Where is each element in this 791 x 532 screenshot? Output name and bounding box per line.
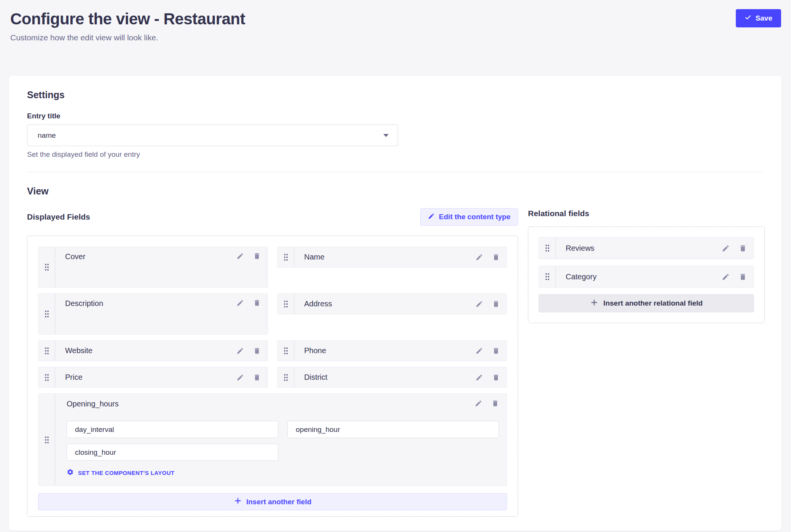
field-label: Price [65, 373, 83, 382]
gear-icon [67, 468, 74, 477]
drag-handle-icon[interactable] [277, 294, 294, 314]
field-card-name: Name [277, 247, 507, 268]
delete-field-button[interactable] [253, 374, 261, 381]
field-label: Description [65, 299, 103, 308]
drag-handle-icon[interactable] [38, 247, 55, 287]
save-button-label: Save [756, 14, 772, 22]
component-subfield-day-interval[interactable]: day_interval [67, 421, 278, 438]
edit-field-button[interactable] [236, 347, 244, 355]
chevron-down-icon [383, 134, 389, 137]
drag-handle-icon[interactable] [38, 394, 55, 486]
check-icon [745, 14, 751, 23]
edit-field-button[interactable] [236, 374, 244, 381]
set-component-layout-label: SET THE COMPONENT'S LAYOUT [78, 470, 174, 476]
field-card-cover: Cover [38, 247, 268, 288]
relational-fields-dropzone: Reviews Category [528, 226, 765, 323]
relational-field-label: Category [566, 272, 596, 281]
field-label: District [304, 373, 327, 382]
component-subfield-opening-hour[interactable]: opening_hour [287, 421, 499, 438]
edit-field-button[interactable] [475, 400, 482, 407]
field-card-price: Price [38, 367, 268, 388]
drag-handle-icon[interactable] [38, 367, 55, 387]
entry-title-label: Entry title [27, 112, 763, 120]
view-heading: View [27, 186, 763, 197]
pencil-icon [428, 213, 435, 221]
entry-title-hint: Set the displayed field of your entry [27, 150, 763, 159]
component-subfield-closing-hour[interactable]: closing_hour [67, 444, 278, 461]
relational-card-category: Category [539, 266, 754, 288]
delete-field-button[interactable] [253, 347, 261, 355]
edit-field-button[interactable] [475, 347, 483, 355]
insert-another-relational-field-label: Insert another relational field [603, 299, 703, 307]
plus-icon [234, 497, 242, 507]
relational-fields-label: Relational fields [528, 209, 765, 218]
field-label: Address [304, 299, 332, 308]
entry-title-selected-value: name [38, 131, 56, 140]
edit-content-type-button[interactable]: Edit the content type [420, 208, 518, 226]
insert-another-field-button[interactable]: Insert another field [38, 493, 507, 510]
subfield-label: day_interval [75, 425, 114, 434]
page-subtitle: Customize how the edit view will look li… [10, 32, 245, 43]
edit-field-button[interactable] [475, 374, 483, 381]
displayed-fields-column: Displayed Fields Edit the content type C… [27, 208, 518, 517]
relational-fields-column: Relational fields Reviews Ca [528, 208, 765, 323]
field-label: Cover [65, 252, 85, 261]
field-card-description: Description [38, 293, 268, 334]
delete-field-button[interactable] [491, 400, 499, 407]
drag-handle-icon[interactable] [539, 237, 556, 259]
component-label: Opening_hours [67, 400, 119, 408]
set-component-layout-link[interactable]: SET THE COMPONENT'S LAYOUT [67, 468, 174, 477]
field-card-phone: Phone [277, 340, 507, 361]
relational-field-label: Reviews [566, 244, 595, 253]
field-card-address: Address [277, 293, 507, 314]
delete-field-button[interactable] [739, 244, 747, 252]
insert-another-relational-field-button[interactable]: Insert another relational field [539, 294, 754, 312]
section-divider [27, 172, 763, 172]
displayed-fields-label: Displayed Fields [27, 212, 90, 221]
delete-field-button[interactable] [492, 300, 500, 308]
field-card-website: Website [38, 340, 268, 361]
delete-field-button[interactable] [253, 252, 261, 260]
displayed-fields-dropzone: Cover Name [27, 236, 518, 517]
delete-field-button[interactable] [253, 299, 261, 307]
field-label: Name [304, 253, 324, 261]
edit-field-button[interactable] [722, 273, 730, 281]
component-card-opening-hours: Opening_hours day_interval openin [38, 393, 507, 486]
page-title: Configure the view - Restaurant [10, 9, 245, 29]
relational-card-reviews: Reviews [539, 237, 754, 259]
plus-icon [590, 298, 598, 309]
edit-field-button[interactable] [475, 300, 483, 308]
edit-field-button[interactable] [722, 244, 730, 252]
edit-field-button[interactable] [236, 299, 244, 307]
edit-content-type-label: Edit the content type [439, 213, 510, 221]
drag-handle-icon[interactable] [277, 367, 294, 387]
entry-title-select[interactable]: name [27, 124, 398, 146]
drag-handle-icon[interactable] [277, 341, 294, 361]
edit-field-button[interactable] [236, 252, 244, 260]
field-label: Phone [304, 346, 326, 355]
insert-another-field-label: Insert another field [246, 498, 311, 506]
delete-field-button[interactable] [492, 374, 500, 381]
drag-handle-icon[interactable] [539, 266, 556, 287]
configure-view-card: Settings Entry title name Set the displa… [9, 76, 781, 530]
delete-field-button[interactable] [492, 347, 500, 355]
page-header: Configure the view - Restaurant Customiz… [0, 0, 791, 43]
edit-field-button[interactable] [475, 253, 483, 261]
subfield-label: closing_hour [75, 448, 116, 457]
field-label: Website [65, 346, 92, 355]
delete-field-button[interactable] [492, 253, 500, 261]
drag-handle-icon[interactable] [38, 294, 55, 334]
drag-handle-icon[interactable] [277, 247, 294, 267]
field-card-district: District [277, 367, 507, 388]
page-header-titles: Configure the view - Restaurant Customiz… [10, 9, 245, 43]
drag-handle-icon[interactable] [38, 341, 55, 361]
subfield-label: opening_hour [296, 425, 340, 434]
delete-field-button[interactable] [739, 273, 747, 281]
save-button[interactable]: Save [736, 9, 781, 27]
settings-heading: Settings [27, 89, 763, 100]
